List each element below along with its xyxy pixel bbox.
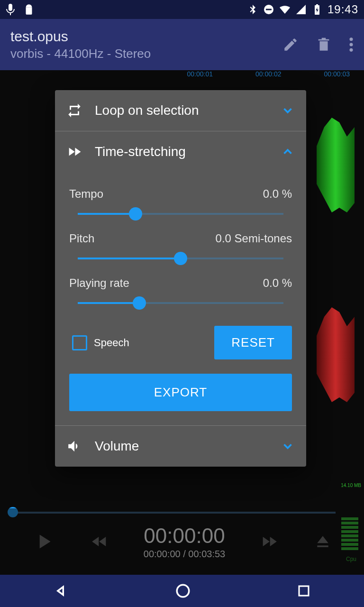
home-button[interactable]	[175, 583, 191, 599]
tempo-value: 0.0 %	[263, 187, 292, 201]
more-icon[interactable]	[349, 37, 354, 53]
svg-rect-7	[316, 4, 318, 6]
rate-control: Playing rate 0.0 %	[69, 276, 292, 310]
speech-label: Speech	[94, 337, 129, 349]
svg-rect-0	[9, 4, 12, 11]
rewind-button[interactable]	[90, 532, 109, 551]
svg-point-11	[177, 585, 189, 597]
volume-title: Volume	[95, 439, 268, 454]
loop-icon	[66, 102, 82, 119]
loop-section-header[interactable]: Loop on selection	[55, 90, 306, 131]
speech-checkbox[interactable]	[72, 335, 87, 350]
pitch-value: 0.0 Semi-tones	[216, 232, 292, 245]
stretch-section-header[interactable]: Time-stretching	[55, 131, 306, 172]
rate-value: 0.0 %	[263, 276, 292, 290]
bluetooth-icon	[247, 4, 258, 15]
tempo-slider[interactable]	[78, 207, 283, 221]
current-time: 00:00:00	[144, 524, 225, 548]
waveform-right-channel	[317, 307, 355, 402]
speech-checkbox-wrap[interactable]: Speech	[72, 335, 129, 350]
app-bar: test.opus vorbis - 44100Hz - Stereo	[0, 19, 364, 70]
tempo-label: Tempo	[69, 187, 103, 201]
mic-icon	[6, 3, 15, 16]
tempo-control: Tempo 0.0 %	[69, 187, 292, 221]
export-button[interactable]: EXPORT	[69, 374, 292, 411]
time-ruler: 00:00:0100:00:0200:00:03	[0, 70, 364, 82]
loop-title: Loop on selection	[95, 103, 268, 118]
chevron-down-icon	[281, 103, 295, 118]
file-info: vorbis - 44100Hz - Stereo	[10, 46, 282, 61]
eject-button[interactable]	[313, 532, 332, 551]
svg-point-8	[349, 37, 353, 41]
file-name: test.opus	[10, 28, 282, 45]
svg-point-10	[349, 48, 353, 52]
time-total: 00:00:00 / 00:03:53	[144, 549, 225, 560]
volume-section-header[interactable]: Volume	[55, 426, 306, 467]
memory-label: 14.10 MB	[341, 483, 361, 488]
wifi-icon	[279, 4, 291, 15]
clock: 19:43	[328, 3, 358, 16]
dnd-icon	[263, 4, 274, 15]
trash-icon[interactable]	[316, 37, 332, 53]
waveform-left-channel	[317, 118, 355, 212]
forward-button[interactable]	[260, 532, 279, 551]
svg-point-9	[349, 43, 353, 46]
android-icon	[23, 3, 35, 16]
battery-charging-icon	[311, 4, 323, 15]
fast-forward-icon	[66, 144, 82, 160]
svg-rect-12	[299, 586, 309, 596]
settings-panel: Loop on selection Time-stretching Tempo …	[55, 90, 306, 467]
pitch-control: Pitch 0.0 Semi-tones	[69, 232, 292, 265]
back-button[interactable]	[53, 583, 69, 599]
transport-bar: 00:00:00 00:00:00 / 00:03:53	[0, 508, 364, 575]
chevron-down-icon	[281, 439, 295, 453]
volume-icon	[66, 438, 82, 454]
rate-slider[interactable]	[78, 296, 283, 310]
svg-rect-5	[266, 9, 272, 10]
svg-rect-1	[10, 13, 11, 15]
pitch-label: Pitch	[69, 232, 94, 245]
reset-button[interactable]: RESET	[214, 326, 292, 359]
pitch-slider[interactable]	[78, 252, 283, 265]
status-bar: 19:43	[0, 0, 364, 19]
rate-label: Playing rate	[69, 276, 129, 290]
recent-button[interactable]	[297, 584, 311, 598]
chevron-up-icon	[281, 145, 295, 159]
play-button[interactable]	[32, 530, 55, 553]
nav-bar	[0, 575, 364, 607]
stretch-title: Time-stretching	[95, 144, 268, 159]
signal-icon	[295, 4, 307, 15]
edit-icon[interactable]	[282, 37, 299, 53]
